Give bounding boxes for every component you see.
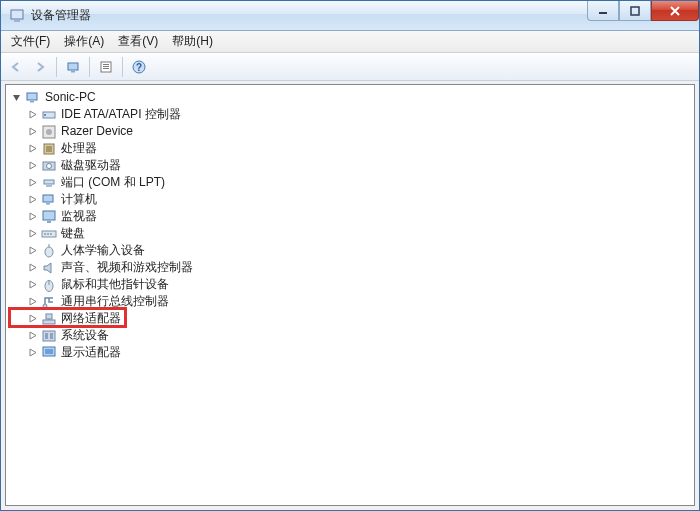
sound-icon (41, 260, 57, 276)
expander-icon[interactable] (26, 280, 38, 289)
tree-item[interactable]: 端口 (COM 和 LPT) (10, 174, 694, 191)
svg-rect-1 (14, 20, 20, 22)
close-button[interactable] (651, 1, 699, 21)
device-manager-window: 设备管理器 文件(F) 操作(A) 查看(V) 帮助(H) (0, 0, 700, 511)
expander-icon[interactable] (26, 331, 38, 340)
tree-view[interactable]: Sonic-PCIDE ATA/ATAPI 控制器Razer Device处理器… (5, 84, 695, 506)
tree-item-label: 监视器 (61, 208, 101, 225)
root-label: Sonic-PC (45, 89, 100, 106)
tree-item[interactable]: 鼠标和其他指针设备 (10, 276, 694, 293)
svg-rect-3 (631, 7, 639, 15)
network-icon (41, 311, 57, 327)
expander-icon[interactable] (26, 229, 38, 238)
svg-rect-19 (46, 146, 52, 152)
svg-rect-42 (50, 333, 53, 339)
cpu-icon (41, 141, 57, 157)
expander-icon[interactable] (26, 348, 38, 357)
usb-icon (41, 294, 57, 310)
expander-icon[interactable] (26, 195, 38, 204)
svg-rect-40 (43, 331, 55, 341)
tree-item-label: 键盘 (61, 225, 89, 242)
toolbar-forward-button[interactable] (29, 56, 51, 78)
tree-item[interactable]: 显示适配器 (10, 344, 694, 361)
toolbar-separator (56, 57, 57, 77)
tree-item[interactable]: 人体学输入设备 (10, 242, 694, 259)
svg-rect-27 (47, 221, 51, 223)
tree-item[interactable]: Razer Device (10, 123, 694, 140)
hid-icon (41, 243, 57, 259)
computer-icon (25, 90, 41, 106)
svg-rect-7 (103, 64, 109, 65)
svg-rect-8 (103, 66, 109, 67)
minimize-button[interactable] (587, 1, 619, 21)
tree-item[interactable]: 监视器 (10, 208, 694, 225)
computer-icon (41, 192, 57, 208)
ide-icon (41, 107, 57, 123)
svg-rect-41 (45, 333, 48, 339)
toolbar-separator (122, 57, 123, 77)
menu-file[interactable]: 文件(F) (5, 31, 56, 52)
app-icon (9, 8, 25, 24)
window-controls (587, 1, 699, 21)
menu-action[interactable]: 操作(A) (58, 31, 110, 52)
expander-icon[interactable] (26, 110, 38, 119)
svg-rect-15 (44, 114, 46, 116)
expander-icon[interactable] (26, 263, 38, 272)
expander-icon[interactable] (26, 127, 38, 136)
svg-rect-23 (46, 185, 52, 187)
svg-point-17 (46, 129, 52, 135)
toolbar-computer-button[interactable] (62, 56, 84, 78)
expander-icon[interactable] (26, 297, 38, 306)
display-icon (41, 345, 57, 361)
svg-rect-0 (11, 10, 23, 19)
svg-rect-4 (68, 63, 78, 70)
toolbar-help-button[interactable]: ? (128, 56, 150, 78)
monitor-icon (41, 209, 57, 225)
tree-item-label: 系统设备 (61, 327, 113, 344)
content-wrap: Sonic-PCIDE ATA/ATAPI 控制器Razer Device处理器… (1, 81, 699, 510)
expander-icon[interactable] (10, 93, 22, 102)
tree-item-label: 人体学输入设备 (61, 242, 149, 259)
toolbar: ? (1, 53, 699, 81)
tree-root[interactable]: Sonic-PC (10, 89, 694, 106)
expander-icon[interactable] (26, 314, 38, 323)
tree-item-label: 端口 (COM 和 LPT) (61, 174, 169, 191)
tree-item[interactable]: 磁盘驱动器 (10, 157, 694, 174)
tree-item[interactable]: 声音、视频和游戏控制器 (10, 259, 694, 276)
toolbar-properties-button[interactable] (95, 56, 117, 78)
expander-icon[interactable] (26, 212, 38, 221)
menu-view[interactable]: 查看(V) (112, 31, 164, 52)
svg-rect-12 (27, 93, 37, 100)
maximize-button[interactable] (619, 1, 651, 21)
tree-item[interactable]: 通用串行总线控制器 (10, 293, 694, 310)
tree-item[interactable]: 网络适配器 (10, 310, 694, 327)
expander-icon[interactable] (26, 178, 38, 187)
svg-rect-2 (599, 12, 607, 14)
svg-rect-30 (47, 233, 49, 235)
expander-icon[interactable] (26, 144, 38, 153)
expander-icon[interactable] (26, 246, 38, 255)
tree-item[interactable]: 键盘 (10, 225, 694, 242)
tree-item-label: 磁盘驱动器 (61, 157, 125, 174)
svg-rect-44 (45, 349, 53, 354)
titlebar[interactable]: 设备管理器 (1, 1, 699, 31)
svg-rect-38 (46, 314, 52, 319)
svg-rect-13 (30, 101, 34, 103)
mouse-icon (41, 277, 57, 293)
svg-rect-22 (44, 180, 54, 184)
svg-text:?: ? (136, 62, 142, 73)
tree-item[interactable]: 系统设备 (10, 327, 694, 344)
tree-item[interactable]: 计算机 (10, 191, 694, 208)
tree-item-label: 显示适配器 (61, 344, 125, 361)
tree-item-label: IDE ATA/ATAPI 控制器 (61, 106, 185, 123)
toolbar-back-button[interactable] (5, 56, 27, 78)
tree-item[interactable]: IDE ATA/ATAPI 控制器 (10, 106, 694, 123)
tree-item[interactable]: 处理器 (10, 140, 694, 157)
razer-icon (41, 124, 57, 140)
expander-icon[interactable] (26, 161, 38, 170)
tree-item-label: Razer Device (61, 123, 137, 140)
menu-help[interactable]: 帮助(H) (166, 31, 219, 52)
svg-rect-37 (43, 320, 55, 324)
keyboard-icon (41, 226, 57, 242)
tree-item-label: 声音、视频和游戏控制器 (61, 259, 197, 276)
